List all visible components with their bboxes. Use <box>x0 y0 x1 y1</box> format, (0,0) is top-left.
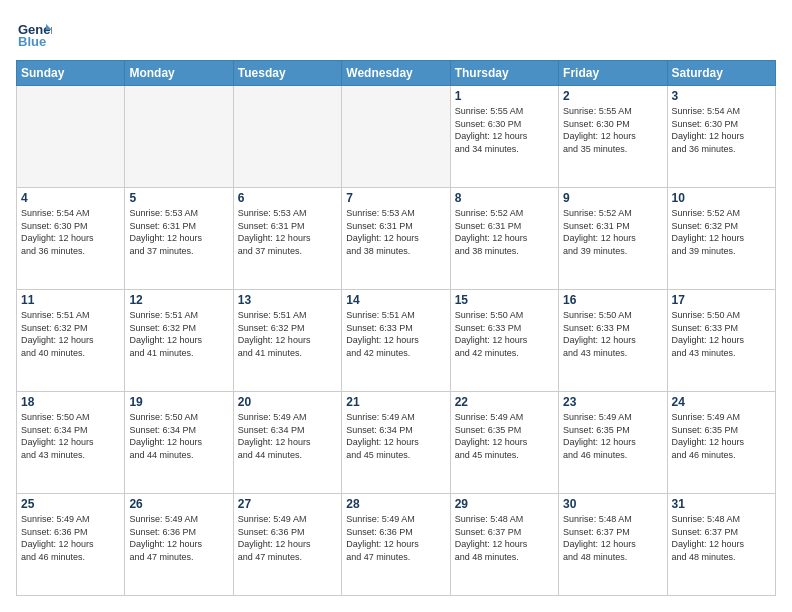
day-number: 8 <box>455 191 554 205</box>
weekday-header-friday: Friday <box>559 61 667 86</box>
day-number: 25 <box>21 497 120 511</box>
calendar-cell: 4Sunrise: 5:54 AM Sunset: 6:30 PM Daylig… <box>17 188 125 290</box>
day-number: 3 <box>672 89 771 103</box>
calendar-cell: 1Sunrise: 5:55 AM Sunset: 6:30 PM Daylig… <box>450 86 558 188</box>
day-number: 11 <box>21 293 120 307</box>
day-number: 24 <box>672 395 771 409</box>
day-number: 20 <box>238 395 337 409</box>
calendar-cell: 26Sunrise: 5:49 AM Sunset: 6:36 PM Dayli… <box>125 494 233 596</box>
weekday-header-saturday: Saturday <box>667 61 775 86</box>
calendar-cell <box>17 86 125 188</box>
day-number: 14 <box>346 293 445 307</box>
logo-icon: General Blue <box>16 16 52 52</box>
weekday-header-thursday: Thursday <box>450 61 558 86</box>
calendar-cell: 19Sunrise: 5:50 AM Sunset: 6:34 PM Dayli… <box>125 392 233 494</box>
calendar-cell: 18Sunrise: 5:50 AM Sunset: 6:34 PM Dayli… <box>17 392 125 494</box>
week-row-5: 25Sunrise: 5:49 AM Sunset: 6:36 PM Dayli… <box>17 494 776 596</box>
calendar-cell: 30Sunrise: 5:48 AM Sunset: 6:37 PM Dayli… <box>559 494 667 596</box>
day-info: Sunrise: 5:53 AM Sunset: 6:31 PM Dayligh… <box>238 207 337 257</box>
day-info: Sunrise: 5:49 AM Sunset: 6:34 PM Dayligh… <box>238 411 337 461</box>
calendar-cell: 11Sunrise: 5:51 AM Sunset: 6:32 PM Dayli… <box>17 290 125 392</box>
calendar-cell: 13Sunrise: 5:51 AM Sunset: 6:32 PM Dayli… <box>233 290 341 392</box>
day-info: Sunrise: 5:53 AM Sunset: 6:31 PM Dayligh… <box>129 207 228 257</box>
day-info: Sunrise: 5:52 AM Sunset: 6:31 PM Dayligh… <box>455 207 554 257</box>
day-number: 10 <box>672 191 771 205</box>
calendar-cell: 14Sunrise: 5:51 AM Sunset: 6:33 PM Dayli… <box>342 290 450 392</box>
day-info: Sunrise: 5:55 AM Sunset: 6:30 PM Dayligh… <box>563 105 662 155</box>
day-number: 26 <box>129 497 228 511</box>
day-info: Sunrise: 5:49 AM Sunset: 6:35 PM Dayligh… <box>455 411 554 461</box>
day-info: Sunrise: 5:50 AM Sunset: 6:33 PM Dayligh… <box>672 309 771 359</box>
calendar-cell: 2Sunrise: 5:55 AM Sunset: 6:30 PM Daylig… <box>559 86 667 188</box>
day-number: 16 <box>563 293 662 307</box>
day-number: 27 <box>238 497 337 511</box>
calendar-table: SundayMondayTuesdayWednesdayThursdayFrid… <box>16 60 776 596</box>
day-number: 21 <box>346 395 445 409</box>
calendar-cell: 21Sunrise: 5:49 AM Sunset: 6:34 PM Dayli… <box>342 392 450 494</box>
day-info: Sunrise: 5:51 AM Sunset: 6:32 PM Dayligh… <box>21 309 120 359</box>
calendar-cell: 12Sunrise: 5:51 AM Sunset: 6:32 PM Dayli… <box>125 290 233 392</box>
calendar-cell <box>125 86 233 188</box>
day-info: Sunrise: 5:48 AM Sunset: 6:37 PM Dayligh… <box>563 513 662 563</box>
day-info: Sunrise: 5:49 AM Sunset: 6:35 PM Dayligh… <box>672 411 771 461</box>
calendar-cell <box>342 86 450 188</box>
day-number: 30 <box>563 497 662 511</box>
day-number: 9 <box>563 191 662 205</box>
day-info: Sunrise: 5:54 AM Sunset: 6:30 PM Dayligh… <box>21 207 120 257</box>
weekday-header-monday: Monday <box>125 61 233 86</box>
day-info: Sunrise: 5:55 AM Sunset: 6:30 PM Dayligh… <box>455 105 554 155</box>
day-info: Sunrise: 5:51 AM Sunset: 6:33 PM Dayligh… <box>346 309 445 359</box>
calendar-cell: 8Sunrise: 5:52 AM Sunset: 6:31 PM Daylig… <box>450 188 558 290</box>
day-info: Sunrise: 5:52 AM Sunset: 6:32 PM Dayligh… <box>672 207 771 257</box>
day-info: Sunrise: 5:50 AM Sunset: 6:34 PM Dayligh… <box>129 411 228 461</box>
calendar-cell: 25Sunrise: 5:49 AM Sunset: 6:36 PM Dayli… <box>17 494 125 596</box>
day-number: 29 <box>455 497 554 511</box>
logo: General Blue <box>16 16 56 52</box>
week-row-4: 18Sunrise: 5:50 AM Sunset: 6:34 PM Dayli… <box>17 392 776 494</box>
day-info: Sunrise: 5:52 AM Sunset: 6:31 PM Dayligh… <box>563 207 662 257</box>
day-number: 19 <box>129 395 228 409</box>
day-number: 15 <box>455 293 554 307</box>
day-number: 6 <box>238 191 337 205</box>
week-row-1: 1Sunrise: 5:55 AM Sunset: 6:30 PM Daylig… <box>17 86 776 188</box>
day-info: Sunrise: 5:49 AM Sunset: 6:36 PM Dayligh… <box>346 513 445 563</box>
day-info: Sunrise: 5:49 AM Sunset: 6:36 PM Dayligh… <box>238 513 337 563</box>
day-info: Sunrise: 5:48 AM Sunset: 6:37 PM Dayligh… <box>672 513 771 563</box>
calendar-cell <box>233 86 341 188</box>
calendar-cell: 22Sunrise: 5:49 AM Sunset: 6:35 PM Dayli… <box>450 392 558 494</box>
day-number: 31 <box>672 497 771 511</box>
day-info: Sunrise: 5:48 AM Sunset: 6:37 PM Dayligh… <box>455 513 554 563</box>
day-info: Sunrise: 5:50 AM Sunset: 6:34 PM Dayligh… <box>21 411 120 461</box>
calendar-cell: 9Sunrise: 5:52 AM Sunset: 6:31 PM Daylig… <box>559 188 667 290</box>
day-number: 18 <box>21 395 120 409</box>
day-info: Sunrise: 5:50 AM Sunset: 6:33 PM Dayligh… <box>455 309 554 359</box>
day-number: 5 <box>129 191 228 205</box>
calendar-cell: 3Sunrise: 5:54 AM Sunset: 6:30 PM Daylig… <box>667 86 775 188</box>
weekday-header-tuesday: Tuesday <box>233 61 341 86</box>
day-number: 2 <box>563 89 662 103</box>
calendar-cell: 7Sunrise: 5:53 AM Sunset: 6:31 PM Daylig… <box>342 188 450 290</box>
header: General Blue <box>16 16 776 52</box>
calendar-cell: 20Sunrise: 5:49 AM Sunset: 6:34 PM Dayli… <box>233 392 341 494</box>
week-row-3: 11Sunrise: 5:51 AM Sunset: 6:32 PM Dayli… <box>17 290 776 392</box>
day-number: 1 <box>455 89 554 103</box>
calendar-cell: 28Sunrise: 5:49 AM Sunset: 6:36 PM Dayli… <box>342 494 450 596</box>
calendar-cell: 31Sunrise: 5:48 AM Sunset: 6:37 PM Dayli… <box>667 494 775 596</box>
weekday-header-wednesday: Wednesday <box>342 61 450 86</box>
day-info: Sunrise: 5:53 AM Sunset: 6:31 PM Dayligh… <box>346 207 445 257</box>
day-number: 12 <box>129 293 228 307</box>
calendar-cell: 24Sunrise: 5:49 AM Sunset: 6:35 PM Dayli… <box>667 392 775 494</box>
calendar-cell: 29Sunrise: 5:48 AM Sunset: 6:37 PM Dayli… <box>450 494 558 596</box>
calendar-cell: 15Sunrise: 5:50 AM Sunset: 6:33 PM Dayli… <box>450 290 558 392</box>
day-info: Sunrise: 5:51 AM Sunset: 6:32 PM Dayligh… <box>238 309 337 359</box>
week-row-2: 4Sunrise: 5:54 AM Sunset: 6:30 PM Daylig… <box>17 188 776 290</box>
page: General Blue SundayMondayTuesdayWednesda… <box>0 0 792 612</box>
day-number: 17 <box>672 293 771 307</box>
calendar-cell: 10Sunrise: 5:52 AM Sunset: 6:32 PM Dayli… <box>667 188 775 290</box>
day-info: Sunrise: 5:54 AM Sunset: 6:30 PM Dayligh… <box>672 105 771 155</box>
day-info: Sunrise: 5:49 AM Sunset: 6:35 PM Dayligh… <box>563 411 662 461</box>
day-info: Sunrise: 5:49 AM Sunset: 6:36 PM Dayligh… <box>21 513 120 563</box>
day-number: 13 <box>238 293 337 307</box>
calendar-cell: 27Sunrise: 5:49 AM Sunset: 6:36 PM Dayli… <box>233 494 341 596</box>
calendar-cell: 5Sunrise: 5:53 AM Sunset: 6:31 PM Daylig… <box>125 188 233 290</box>
